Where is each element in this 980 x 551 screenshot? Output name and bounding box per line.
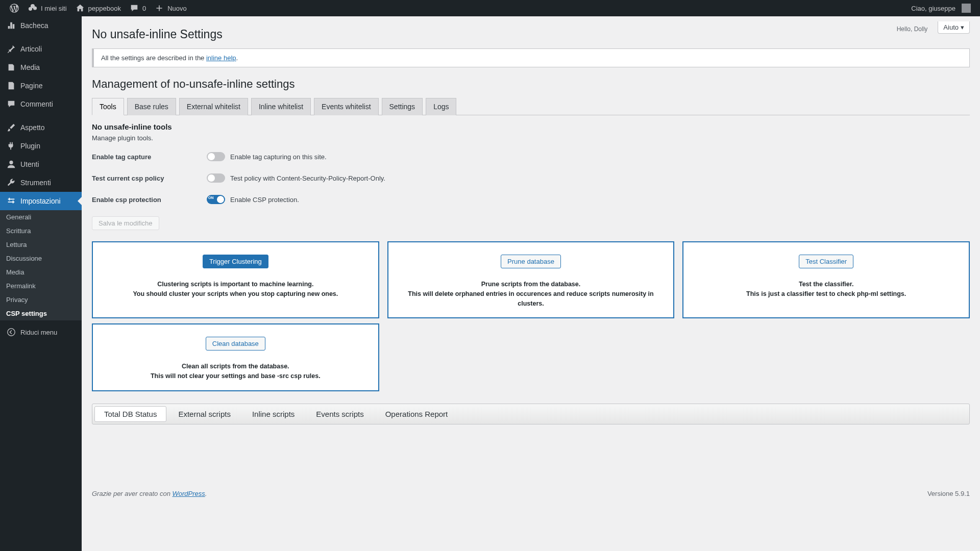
row-enable-csp: Enable csp protection ON Enable CSP prot… (92, 195, 970, 204)
sidebar-item-plugins[interactable]: Plugin (0, 137, 82, 155)
db-tab-operations[interactable]: Operations Report (376, 406, 458, 422)
new-content-menu[interactable]: Nuovo (150, 0, 191, 16)
toggle-enable-csp[interactable]: ON (207, 195, 225, 204)
tab-settings[interactable]: Settings (382, 98, 423, 115)
wordpress-logo-menu[interactable] (5, 0, 23, 16)
multisite-icon (28, 3, 38, 13)
main-content: No unsafe-inline Settings Hello, Dolly A… (82, 16, 980, 551)
brush-icon (6, 122, 16, 133)
tab-events-whitelist[interactable]: Events whitelist (314, 98, 378, 115)
db-tab-external[interactable]: External scripts (168, 406, 240, 422)
sidebar-item-settings[interactable]: Impostazioni (0, 192, 82, 210)
db-tab-inline[interactable]: Inline scripts (242, 406, 304, 422)
site-name-menu[interactable]: peppebook (71, 0, 125, 16)
trigger-clustering-button[interactable]: Trigger Clustering (203, 255, 268, 268)
test-classifier-button[interactable]: Test Classifier (799, 255, 853, 268)
admin-bar: I miei siti peppebook 0 Nuovo Ciao, gius… (0, 0, 980, 16)
sidebar-item-users[interactable]: Utenti (0, 155, 82, 173)
card-line2: This will not clear your settings and ba… (151, 372, 321, 380)
clean-database-button[interactable]: Clean database (206, 337, 265, 350)
page-title: No unsafe-inline Settings (92, 28, 223, 41)
submenu-privacy[interactable]: Privacy (0, 293, 82, 307)
label-tag-capture: Enable tag capture (92, 153, 207, 161)
collapse-icon (6, 327, 16, 337)
help-label: Aiuto (943, 23, 959, 31)
tab-tools[interactable]: Tools (92, 98, 124, 115)
tab-base-rules[interactable]: Base rules (127, 98, 176, 115)
notice-prefix: All the settings are described in the (101, 54, 206, 62)
submenu-csp-settings[interactable]: CSP settings (0, 307, 82, 320)
plus-icon (154, 3, 164, 13)
wordpress-icon (9, 3, 19, 13)
submenu-general[interactable]: Generali (0, 210, 82, 224)
avatar (962, 4, 971, 13)
card-line1: Clustering scripts is important to machi… (157, 281, 313, 288)
submenu-writing[interactable]: Scrittura (0, 224, 82, 238)
wordpress-link[interactable]: WordPress (173, 490, 205, 497)
sidebar-item-media[interactable]: Media (0, 58, 82, 77)
row-enable-tag-capture: Enable tag capture Enable tag capturing … (92, 152, 970, 161)
help-tab[interactable]: Aiuto ▾ (938, 21, 970, 34)
settings-tabs: Tools Base rules External whitelist Inli… (92, 98, 970, 115)
tab-inline-whitelist[interactable]: Inline whitelist (251, 98, 311, 115)
sidebar-item-posts[interactable]: Articoli (0, 40, 82, 58)
media-icon (6, 62, 16, 72)
card-line1: Prune scripts from the database. (481, 281, 581, 288)
desc-test-csp: Test policy with Content-Security-Policy… (230, 174, 385, 182)
plug-icon (6, 141, 16, 151)
my-sites-label: I miei siti (41, 5, 67, 12)
sidebar-item-comments[interactable]: Commenti (0, 95, 82, 113)
svg-point-0 (9, 161, 13, 164)
card-clean-database: Clean database Clean all scripts from th… (92, 323, 379, 391)
tools-desc: Manage plugin tools. (92, 134, 970, 142)
toggle-test-csp[interactable] (207, 173, 225, 183)
sidebar-item-label: Aspetto (20, 123, 44, 132)
sidebar-item-dashboard[interactable]: Bacheca (0, 16, 82, 35)
label-enable-csp: Enable csp protection (92, 196, 207, 204)
submenu-media[interactable]: Media (0, 265, 82, 279)
site-name-label: peppebook (88, 5, 121, 12)
db-tab-events[interactable]: Events scripts (306, 406, 373, 422)
submenu-reading[interactable]: Lettura (0, 238, 82, 252)
save-button[interactable]: Salva le modifiche (92, 216, 159, 230)
my-sites-menu[interactable]: I miei siti (23, 0, 71, 16)
db-tab-total[interactable]: Total DB Status (94, 406, 166, 422)
desc-enable-csp: Enable CSP protection. (230, 196, 299, 204)
pin-icon (6, 44, 16, 54)
sidebar-item-pages[interactable]: Pagine (0, 77, 82, 95)
sidebar-item-label: Bacheca (20, 21, 48, 30)
caret-down-icon: ▾ (961, 23, 964, 31)
sidebar-item-label: Commenti (20, 100, 53, 108)
card-prune-database: Prune database Prune scripts from the da… (387, 241, 675, 318)
card-test-classifier: Test Classifier Test the classifier.This… (682, 241, 970, 318)
sidebar-item-label: Utenti (20, 160, 39, 168)
sidebar-item-label: Pagine (20, 82, 43, 90)
page-icon (6, 81, 16, 91)
sidebar-item-tools[interactable]: Strumenti (0, 173, 82, 192)
wp-version: Versione 5.9.1 (927, 490, 970, 497)
sidebar-item-label: Strumenti (20, 179, 51, 187)
sidebar-item-appearance[interactable]: Aspetto (0, 118, 82, 137)
tab-logs[interactable]: Logs (426, 98, 456, 115)
comments-menu[interactable]: 0 (125, 0, 150, 16)
wrench-icon (6, 178, 16, 188)
sliders-icon (6, 196, 16, 206)
user-greeting-menu[interactable]: Ciao, giuseppe (907, 0, 975, 16)
card-trigger-clustering: Trigger Clustering Clustering scripts is… (92, 241, 379, 318)
dashboard-icon (6, 20, 16, 31)
card-line2: This will delete orphaned entries in occ… (408, 290, 653, 307)
collapse-menu[interactable]: Riduci menu (0, 322, 82, 341)
section-heading: Management of no-unsafe-inline settings (92, 78, 970, 91)
inline-help-link[interactable]: inline help (206, 54, 236, 62)
tab-external-whitelist[interactable]: External whitelist (179, 98, 248, 115)
toggle-tag-capture[interactable] (207, 152, 225, 161)
submenu-permalink[interactable]: Permalink (0, 279, 82, 293)
prune-database-button[interactable]: Prune database (501, 255, 561, 268)
submenu-discussion[interactable]: Discussione (0, 252, 82, 265)
comments-count: 0 (142, 5, 146, 12)
admin-sidebar: Bacheca Articoli Media Pagine Commenti A… (0, 16, 82, 551)
comment-icon (6, 99, 16, 109)
tools-heading: No unsafe-inline tools (92, 122, 970, 131)
db-status-tabs-wrap: Total DB Status External scripts Inline … (92, 404, 970, 424)
label-test-csp: Test current csp policy (92, 174, 207, 182)
